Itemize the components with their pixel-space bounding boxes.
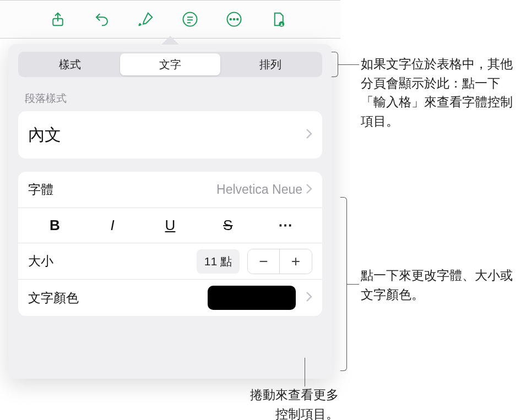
text-style-row: B I U S ⋯: [18, 208, 322, 243]
size-stepper: − +: [247, 249, 312, 274]
format-brush-icon[interactable]: [138, 11, 154, 28]
callout-tabs: 如果文字位於表格中，其他分頁會顯示於此：點一下「輸入格」來查看字體控制項目。: [361, 54, 519, 130]
svg-point-7: [281, 23, 283, 25]
size-label: 大小: [28, 253, 53, 270]
svg-point-1: [183, 13, 197, 26]
popover-arrow: [161, 36, 179, 45]
more-styles-button[interactable]: ⋯: [257, 211, 314, 240]
document-icon[interactable]: [270, 11, 286, 28]
paragraph-style-header: 段落樣式: [25, 91, 322, 106]
underline-button[interactable]: U: [142, 211, 199, 240]
font-label: 字體: [28, 181, 53, 198]
chevron-right-icon: [306, 291, 312, 304]
size-minus-button[interactable]: −: [248, 249, 280, 274]
chevron-right-icon: [306, 183, 312, 197]
callout-scroll: 捲動來查看更多 控制項目。: [223, 385, 339, 420]
color-row[interactable]: 文字顏色: [18, 280, 322, 316]
callout-font: 點一下來更改字體、大小或文字顏色。: [361, 266, 519, 304]
color-swatch[interactable]: [208, 286, 296, 310]
callout-line: [347, 284, 359, 285]
color-label: 文字顏色: [28, 290, 79, 307]
callout-line: [305, 358, 305, 386]
paragraph-style-row[interactable]: 內文: [18, 111, 322, 159]
tab-style[interactable]: 樣式: [20, 53, 120, 75]
svg-point-4: [234, 19, 235, 20]
font-card: 字體 Helvetica Neue B I U S ⋯ 大小 11 點 − + …: [18, 172, 322, 316]
share-icon[interactable]: [50, 11, 66, 28]
paragraph-style-value: 內文: [28, 124, 61, 146]
tab-arrange[interactable]: 排列: [220, 53, 321, 75]
bold-button[interactable]: B: [26, 211, 84, 240]
svg-point-3: [230, 19, 232, 20]
list-icon[interactable]: [182, 11, 198, 28]
size-plus-button[interactable]: +: [280, 249, 312, 274]
tab-text[interactable]: 文字: [120, 53, 220, 75]
chevron-right-icon: [306, 128, 312, 141]
callout-line: [338, 64, 359, 65]
undo-icon[interactable]: [94, 11, 110, 28]
strike-button[interactable]: S: [199, 211, 257, 240]
font-row[interactable]: 字體 Helvetica Neue: [18, 172, 322, 208]
format-popover: 樣式 文字 排列 段落樣式 內文 字體 Helvetica Neue B I U…: [8, 44, 332, 379]
segmented-tabs: 樣式 文字 排列: [18, 52, 322, 77]
paragraph-style-card: 內文: [18, 111, 322, 159]
callout-bracket: [332, 52, 338, 77]
toolbar: [0, 0, 340, 39]
size-value[interactable]: 11 點: [197, 249, 240, 274]
svg-point-5: [237, 19, 238, 20]
italic-button[interactable]: I: [84, 211, 142, 240]
size-row: 大小 11 點 − +: [18, 243, 322, 280]
more-icon[interactable]: [226, 11, 242, 28]
font-value: Helvetica Neue: [216, 182, 302, 197]
callout-bracket: [340, 197, 347, 371]
